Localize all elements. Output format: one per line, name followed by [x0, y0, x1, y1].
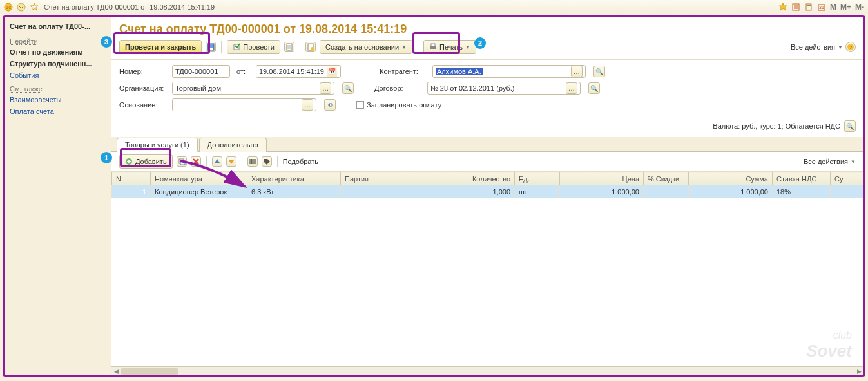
kontragent-label: Контрагент: [380, 68, 426, 75]
form-area: Номер: ТД00-000001 от: 19.08.2014 15:41:… [111, 60, 863, 118]
app-logo-icon: 1c [4, 3, 13, 12]
number-input[interactable]: ТД00-000001 [172, 65, 230, 78]
sidebar: Счет на оплату ТД00-... Перейти Отчет по… [5, 17, 111, 375]
calendar-picker-icon[interactable]: 📅 [327, 66, 337, 77]
col-unit[interactable]: Ед. [515, 172, 560, 185]
scroll-left-icon[interactable]: ◀ [111, 367, 121, 376]
search-icon[interactable]: 🔍 [588, 82, 600, 94]
move-up-icon[interactable] [212, 156, 222, 167]
basis-input[interactable]: … [172, 98, 316, 111]
history-icon[interactable] [791, 3, 800, 12]
search-icon[interactable]: 🔍 [342, 82, 354, 94]
org-label: Организация: [119, 84, 166, 92]
delete-row-icon[interactable] [191, 156, 201, 167]
pick-button[interactable]: Подобрать [283, 158, 318, 165]
col-sum[interactable]: Сумма [689, 172, 773, 185]
fav-star-icon[interactable] [778, 3, 787, 12]
date-input[interactable]: 19.08.2014 15:41:19📅 [256, 65, 341, 78]
title-bar: 1c Счет на оплату ТД00-000001 от 19.08.2… [0, 0, 868, 14]
table-row[interactable]: 1 Кондиционер Ветерок 6,3 кВт 1,000 шт 1… [112, 185, 863, 198]
basis-label: Основание: [119, 101, 166, 109]
currency-summary: Валюта: руб., курс: 1; Облагается НДС [713, 122, 840, 130]
search-icon[interactable]: 🔍 [844, 120, 856, 132]
dogovor-label: Договор: [374, 84, 421, 92]
tabs-bar: Товары и услуги (1) Дополнительно [111, 137, 863, 152]
add-row-button[interactable]: Добавить [119, 154, 173, 169]
grid-toolbar: Добавить Подобрать Все действия ▼ [111, 152, 863, 172]
sidebar-link-events[interactable]: События [5, 70, 111, 81]
clear-icon[interactable] [324, 99, 336, 111]
org-input[interactable]: Торговый дом… [172, 82, 334, 95]
svg-rect-9 [209, 48, 213, 50]
date-label: от: [236, 68, 249, 75]
sidebar-title: Счет на оплату ТД00-... [5, 20, 111, 33]
search-icon[interactable]: 🔍 [593, 66, 605, 77]
main-toolbar: Провести и закрыть Провести Создать на о… [111, 37, 863, 60]
m-plus-button[interactable]: M+ [840, 3, 851, 12]
horizontal-scrollbar[interactable]: ◀ ▶ [111, 366, 863, 375]
sidebar-link-settlements[interactable]: Взаиморасчеты [5, 94, 111, 106]
svg-text:?: ? [849, 44, 853, 50]
sidebar-link-payment[interactable]: Оплата счета [5, 106, 111, 117]
svg-rect-19 [180, 160, 185, 165]
col-qty[interactable]: Количество [434, 172, 515, 185]
grid-all-actions-link[interactable]: Все действия [804, 158, 848, 165]
data-grid[interactable]: N Номенклатура Характеристика Партия Кол… [111, 172, 863, 366]
svg-rect-14 [431, 44, 435, 46]
number-label: Номер: [119, 68, 166, 75]
col-price[interactable]: Цена [560, 172, 644, 185]
tab-goods[interactable]: Товары и услуги (1) [117, 138, 198, 152]
save-icon[interactable] [206, 42, 216, 52]
dropdown-icon[interactable] [17, 3, 26, 12]
sidebar-seealso-label: См. также [5, 81, 111, 94]
barcode-icon[interactable] [247, 156, 258, 167]
calc-icon[interactable] [804, 3, 813, 12]
col-nomen[interactable]: Номенклатура [151, 172, 247, 185]
post-doc-icon[interactable] [284, 42, 294, 52]
select-dots-icon[interactable]: … [302, 99, 313, 111]
star-icon[interactable] [30, 3, 39, 12]
col-n[interactable]: N [112, 172, 151, 185]
help-icon[interactable]: ? [845, 42, 856, 52]
copy-row-icon[interactable] [177, 156, 187, 167]
m-minus-button[interactable]: M- [855, 3, 864, 12]
plan-payment-checkbox[interactable]: Запланировать оплату [356, 101, 441, 109]
col-su[interactable]: Су [831, 172, 863, 185]
m-button[interactable]: M [830, 3, 836, 12]
post-and-close-button[interactable]: Провести и закрыть [119, 40, 202, 54]
svg-text:1c: 1c [6, 5, 11, 10]
svg-point-12 [311, 47, 314, 51]
sidebar-goto-label: Перейти [5, 33, 111, 46]
select-dots-icon[interactable]: … [320, 82, 331, 94]
post-button[interactable]: Провести [227, 40, 280, 54]
sidebar-link-report[interactable]: Отчет по движениям [5, 46, 111, 58]
print-button[interactable]: Печать▼ [423, 40, 476, 54]
window-title: Счет на оплату ТД00-000001 от 19.08.2014… [44, 3, 215, 11]
select-dots-icon[interactable]: … [566, 82, 577, 94]
svg-rect-5 [807, 5, 811, 6]
input-based-icon[interactable] [305, 42, 316, 52]
col-discount[interactable]: % Скидки [644, 172, 689, 185]
tab-additional[interactable]: Дополнительно [199, 138, 267, 152]
scroll-right-icon[interactable]: ▶ [854, 367, 863, 376]
svg-point-2 [17, 3, 25, 11]
main-area: Счет на оплату ТД00-000001 от 19.08.2014… [111, 17, 863, 375]
tag-icon[interactable] [262, 156, 272, 167]
col-char[interactable]: Характеристика [247, 172, 341, 185]
col-party[interactable]: Партия [341, 172, 434, 185]
document-title: Счет на оплату ТД00-000001 от 19.08.2014… [111, 17, 863, 37]
col-vat[interactable]: Ставка НДС [773, 172, 831, 185]
dogovor-input[interactable]: № 28 от 02.12.2011 (руб.)… [427, 82, 581, 95]
svg-text:31: 31 [819, 5, 824, 10]
sidebar-link-structure[interactable]: Структура подчиненн... [5, 58, 111, 70]
all-actions-link[interactable]: Все действия [791, 43, 835, 51]
calendar-icon[interactable]: 31 [817, 3, 826, 12]
move-down-icon[interactable] [226, 156, 236, 167]
kontragent-input[interactable]: Алхимов А.А.… [432, 65, 586, 78]
select-dots-icon[interactable]: … [571, 66, 583, 77]
create-based-button[interactable]: Создать на основании▼ [320, 40, 412, 54]
